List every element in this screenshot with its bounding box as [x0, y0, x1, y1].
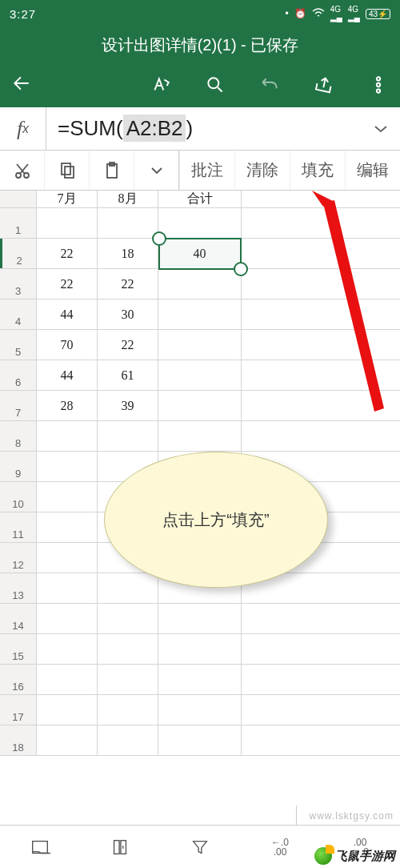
data-cell[interactable]: 22	[37, 269, 98, 299]
fx-label[interactable]: fx	[0, 107, 46, 150]
status-time: 3:27	[10, 7, 36, 21]
row-header[interactable]: 10	[0, 482, 37, 512]
app-action-bar	[0, 62, 400, 107]
row-header[interactable]: 12	[0, 543, 37, 573]
comment-button[interactable]: 批注	[179, 151, 234, 190]
formula-input[interactable]: =SUM(A2:B2)	[46, 116, 362, 141]
font-style-icon[interactable]	[150, 74, 171, 95]
row-header[interactable]: 4	[0, 299, 37, 329]
svg-point-3	[377, 89, 380, 92]
filter-button[interactable]	[160, 837, 240, 858]
row-header[interactable]: 6	[0, 360, 37, 390]
data-cell[interactable]: 28	[37, 391, 98, 420]
back-icon[interactable]	[11, 73, 32, 94]
col-header[interactable]: 7月	[37, 191, 98, 207]
data-cell[interactable]: 22	[98, 269, 158, 299]
wifi-icon	[312, 8, 325, 20]
spreadsheet-grid[interactable]: 7月 8月 合计 1 2221840 32222 44430 57022 644…	[0, 191, 400, 756]
svg-point-1	[377, 77, 380, 80]
data-cell[interactable]: 22	[37, 239, 98, 268]
row-header[interactable]: 3	[0, 269, 37, 299]
row-header[interactable]: 18	[0, 725, 37, 755]
row-header[interactable]: 11	[0, 512, 37, 542]
sheet-tabs-button[interactable]	[0, 837, 80, 858]
autofit-button[interactable]	[80, 837, 160, 858]
row-header[interactable]: 5	[0, 330, 37, 360]
formula-expand-icon[interactable]	[362, 124, 400, 134]
search-icon[interactable]	[205, 74, 226, 95]
row-header[interactable]: 13	[0, 573, 37, 603]
clear-button[interactable]: 清除	[234, 151, 290, 190]
row-header[interactable]: 15	[0, 634, 37, 664]
formula-bar: fx =SUM(A2:B2)	[0, 107, 400, 151]
toolbar-expand-icon[interactable]	[134, 151, 179, 190]
col-header[interactable]: 8月	[98, 191, 158, 207]
svg-rect-6	[62, 163, 70, 175]
row-header[interactable]: 2	[0, 239, 37, 268]
row-header[interactable]: 1	[0, 208, 37, 238]
data-cell[interactable]: 44	[37, 299, 98, 329]
row-header[interactable]: 8	[0, 421, 37, 451]
document-title: 设计出图详情(2)(1) - 已保存	[0, 27, 400, 62]
bottom-toolbar: ←.0 .00 .00 →.0 飞鼠手游网	[0, 825, 400, 868]
fill-button[interactable]: 填充	[290, 151, 345, 190]
header-row: 7月 8月 合计	[0, 191, 400, 208]
status-bar: 3:27 • ⏰ 4G▂▄ 4G▂▄ 43⚡	[0, 0, 400, 27]
data-cell[interactable]: 30	[98, 299, 158, 329]
context-toolbar: 批注 清除 填充 编辑	[0, 151, 400, 191]
watermark-url: www.lsktgsy.com	[310, 810, 394, 822]
data-cell[interactable]: 61	[98, 360, 158, 390]
row-header[interactable]: 7	[0, 391, 37, 420]
svg-point-2	[377, 83, 380, 86]
data-cell[interactable]: 40	[158, 239, 242, 268]
row-header[interactable]: 9	[0, 452, 37, 481]
corner-cell[interactable]	[0, 191, 37, 207]
more-icon[interactable]	[368, 74, 389, 95]
edit-button[interactable]: 编辑	[345, 151, 400, 190]
cut-button[interactable]	[0, 151, 45, 190]
battery-icon: 43⚡	[366, 9, 390, 19]
svg-rect-7	[65, 167, 74, 178]
row-header[interactable]: 17	[0, 695, 37, 725]
svg-point-0	[208, 78, 218, 88]
data-cell[interactable]: 22	[98, 330, 158, 360]
annotation-callout: 点击上方“填充”	[104, 452, 328, 588]
row-header[interactable]: 14	[0, 604, 37, 633]
data-cell[interactable]: 70	[37, 330, 98, 360]
status-icons: • ⏰ 4G▂▄ 4G▂▄ 43⚡	[285, 6, 390, 22]
undo-icon[interactable]	[259, 74, 280, 95]
dot-icon: •	[285, 8, 288, 19]
alarm-icon: ⏰	[294, 8, 306, 19]
data-cell[interactable]: 39	[98, 391, 158, 420]
copy-button[interactable]	[45, 151, 90, 190]
paste-button[interactable]	[90, 151, 134, 190]
watermark-logo: 飞鼠手游网	[314, 847, 395, 865]
row-header[interactable]: 16	[0, 665, 37, 694]
data-cell[interactable]: 44	[37, 360, 98, 390]
svg-rect-13	[114, 840, 120, 854]
share-icon[interactable]	[314, 74, 334, 95]
data-cell[interactable]: 18	[98, 239, 158, 268]
increase-decimal-button[interactable]: ←.0 .00	[240, 838, 320, 857]
col-header[interactable]: 合计	[158, 191, 242, 207]
